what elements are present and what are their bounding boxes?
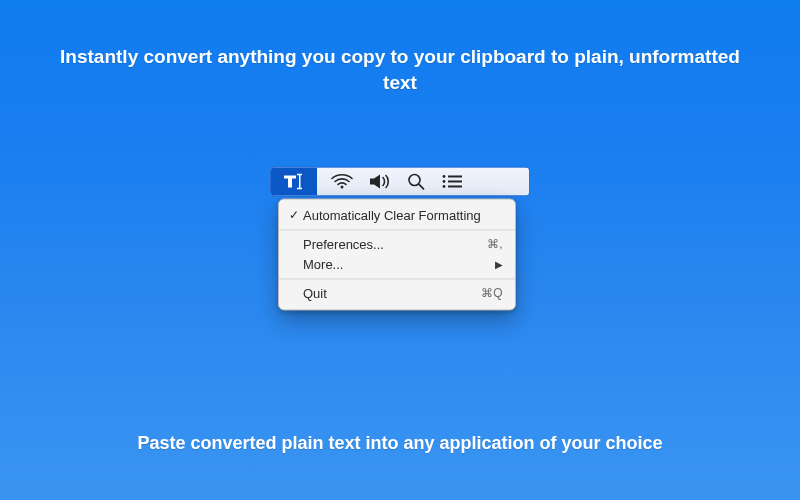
svg-rect-7 — [448, 180, 462, 182]
menu-item-label: More... — [303, 257, 489, 272]
list-icon[interactable] — [441, 173, 463, 189]
menu-item-label: Quit — [303, 286, 481, 301]
search-icon[interactable] — [407, 172, 425, 190]
menu-item-label: Preferences... — [303, 237, 487, 252]
svg-rect-0 — [299, 174, 301, 188]
volume-icon[interactable] — [369, 173, 391, 189]
menu-separator — [279, 229, 515, 230]
menu-item-more[interactable]: More... ▶ — [279, 254, 515, 274]
status-icons — [317, 172, 519, 190]
text-cursor-icon — [282, 172, 306, 190]
menu-separator — [279, 278, 515, 279]
svg-rect-9 — [448, 185, 462, 187]
menu-item-auto-clear-formatting[interactable]: ✓ Automatically Clear Formatting — [279, 205, 515, 225]
svg-rect-5 — [448, 175, 462, 177]
menu-item-label: Automatically Clear Formatting — [303, 208, 503, 223]
app-menu-button[interactable] — [271, 167, 317, 195]
svg-point-2 — [409, 174, 420, 185]
app-dropdown-menu: ✓ Automatically Clear Formatting Prefere… — [278, 198, 516, 310]
menu-item-shortcut: ⌘, — [487, 237, 503, 251]
footline-text: Paste converted plain text into any appl… — [0, 433, 800, 454]
submenu-arrow-icon: ▶ — [495, 259, 503, 270]
checkmark-icon: ✓ — [289, 208, 303, 222]
menu-item-quit[interactable]: Quit ⌘Q — [279, 283, 515, 303]
wifi-icon[interactable] — [331, 173, 353, 189]
svg-point-1 — [341, 185, 344, 188]
headline-text: Instantly convert anything you copy to y… — [0, 44, 800, 95]
menu-item-preferences[interactable]: Preferences... ⌘, — [279, 234, 515, 254]
svg-point-4 — [443, 175, 446, 178]
svg-point-6 — [443, 180, 446, 183]
screenshot-stage: ✓ Automatically Clear Formatting Prefere… — [270, 166, 530, 310]
svg-point-8 — [443, 185, 446, 188]
menu-bar — [270, 166, 530, 196]
menu-item-shortcut: ⌘Q — [481, 286, 503, 300]
svg-line-3 — [419, 184, 424, 189]
